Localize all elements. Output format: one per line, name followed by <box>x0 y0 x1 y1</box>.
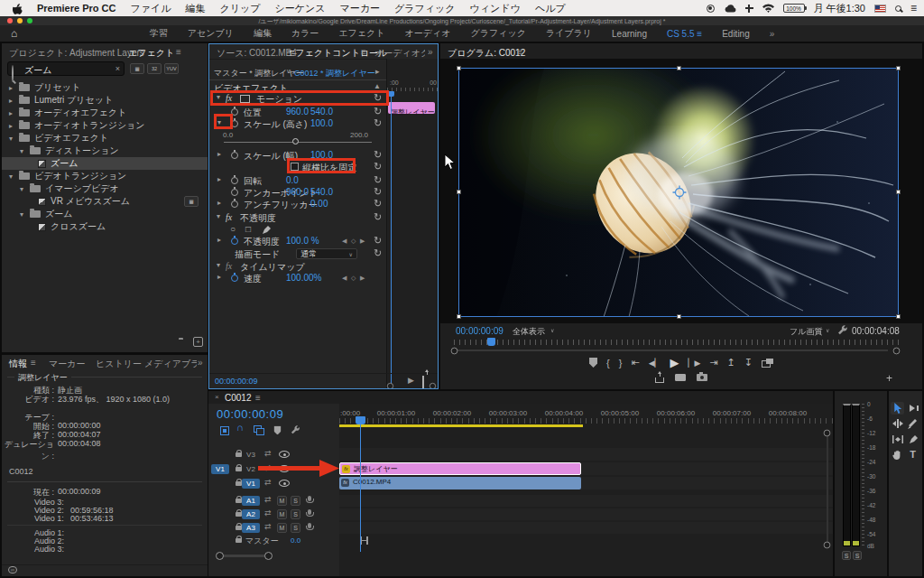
reset-icon[interactable]: ↺ <box>374 118 382 128</box>
tree-item-video-effects[interactable]: ▾ビデオエフェクト <box>2 132 208 144</box>
chevron-right-icon[interactable]: ▸ <box>216 273 223 281</box>
reset-icon[interactable]: ↺ <box>374 150 382 160</box>
next-keyframe-icon[interactable]: ▶ <box>360 275 365 282</box>
collapse-section-icon[interactable]: ▲ <box>374 82 381 90</box>
voiceover-mic-icon[interactable] <box>308 523 311 528</box>
clear-search-icon[interactable]: × <box>116 64 120 73</box>
export-icon[interactable] <box>655 378 664 383</box>
tree-item-cross-zoom[interactable]: クロスズーム <box>2 220 208 233</box>
mini-scrollbar-handle[interactable] <box>430 383 436 389</box>
reset-effect-icon[interactable]: ↺ <box>374 212 382 222</box>
panel-menu-icon[interactable]: ≡ <box>255 393 261 403</box>
play-button-icon[interactable]: ▶ <box>670 356 679 369</box>
menu-graphics[interactable]: グラフィック <box>394 2 456 15</box>
master-meter-icon[interactable] <box>360 536 368 545</box>
tree-item-presets[interactable]: ▸プリセット <box>2 81 208 94</box>
chevron-right-icon[interactable]: ▸ <box>216 236 223 244</box>
tree-item-immersive-video[interactable]: ▾イマーシブビデオ <box>2 182 208 195</box>
apple-icon[interactable] <box>13 3 23 14</box>
track-output-eye-icon[interactable] <box>279 480 290 487</box>
solo-left-button[interactable]: S <box>842 551 851 560</box>
transform-handle[interactable] <box>457 66 461 70</box>
chevron-right-icon[interactable]: ▸ <box>375 67 380 76</box>
pen-mask-icon[interactable] <box>262 226 271 235</box>
type-tool[interactable]: T <box>906 448 919 461</box>
previous-keyframe-icon[interactable]: ◀ <box>342 238 346 245</box>
workspace-tab-learn[interactable]: 学習 <box>150 27 168 40</box>
scrollbar-handle[interactable] <box>893 348 901 355</box>
mark-out-icon[interactable]: } <box>619 358 623 368</box>
transform-handle[interactable] <box>896 190 901 194</box>
opacity-row[interactable]: ▸ 不透明度 100.0 % ◀ ◇ ▶ ↺ <box>213 236 386 247</box>
transform-handle[interactable] <box>677 66 681 70</box>
tab-media-browser[interactable]: メディアブラウザ <box>144 358 197 370</box>
reset-icon[interactable]: ↺ <box>374 199 382 209</box>
tab-effects[interactable]: エフェクト <box>128 47 174 60</box>
chevron-down-icon[interactable]: ∨ <box>286 68 291 75</box>
timeline-playhead-grip[interactable] <box>356 416 365 424</box>
close-panel-icon[interactable]: × <box>215 393 219 401</box>
scrollbar-handle[interactable] <box>824 430 831 437</box>
stopwatch-icon[interactable] <box>231 177 238 184</box>
effects-search-input[interactable]: ズーム × <box>7 61 125 76</box>
track-select-forward-tool[interactable] <box>906 402 919 415</box>
timeline-playhead-line[interactable] <box>360 416 361 552</box>
track-lock-icon[interactable] <box>236 499 242 503</box>
tree-item-audio-effects[interactable]: ▸オーディオエフェクト <box>2 107 208 119</box>
track-v1-badge[interactable]: V1 <box>242 479 260 489</box>
mute-button[interactable]: M <box>277 496 287 506</box>
speed-value[interactable]: 100.00% <box>286 273 321 283</box>
tab-history[interactable]: ヒストリー <box>96 358 142 370</box>
track-lock-icon[interactable] <box>236 467 242 471</box>
voiceover-mic-icon[interactable] <box>308 509 311 515</box>
master-volume-value[interactable]: 0.0 <box>291 536 300 545</box>
previous-keyframe-icon[interactable]: ◀ <box>342 275 346 282</box>
scrollbar-handle[interactable] <box>824 542 831 549</box>
chevron-down-icon[interactable]: ∨ <box>826 327 829 333</box>
track-lock-icon[interactable] <box>236 481 242 486</box>
fx-icon[interactable]: fx <box>226 93 232 103</box>
tree-item-zoom-folder[interactable]: ▾ズーム <box>2 208 208 220</box>
rotation-row[interactable]: ▸ 回転 0.0 ↺ <box>213 175 386 187</box>
time-remap-group-row[interactable]: ▾ fx タイムリマップ <box>213 261 386 273</box>
32bit-badge-icon[interactable]: 32 <box>147 63 162 74</box>
reset-icon[interactable]: ↺ <box>374 236 382 246</box>
track-lock-icon[interactable] <box>236 526 242 530</box>
transform-handle[interactable] <box>677 314 681 319</box>
timeline-ruler-ticks[interactable] <box>339 418 833 424</box>
reset-icon[interactable]: ↺ <box>374 175 382 185</box>
spotlight-icon[interactable] <box>895 5 901 12</box>
tree-item-lumetri-presets[interactable]: ▸Lumetri プリセット <box>2 94 208 107</box>
transform-handle[interactable] <box>457 314 461 319</box>
antiflicker-value[interactable]: 0.00 <box>310 199 328 209</box>
anchor-point-row[interactable]: アンカーポイント 960.0 540.0 ↺ <box>213 187 386 199</box>
chevron-right-icon[interactable]: ▸ <box>216 175 223 183</box>
selection-tool[interactable] <box>891 402 904 415</box>
stopwatch-icon[interactable] <box>231 238 238 245</box>
menu-help[interactable]: ヘルプ <box>535 2 566 15</box>
screen-record-icon[interactable] <box>707 5 715 13</box>
notification-list-icon[interactable]: ≡ <box>910 2 917 14</box>
mute-button[interactable]: M <box>277 509 287 519</box>
go-to-out-icon[interactable]: ⇥ <box>709 357 717 368</box>
razor-tool[interactable] <box>906 417 919 430</box>
hand-tool[interactable] <box>891 448 904 461</box>
workspace-tab-graphics[interactable]: グラフィック <box>470 27 525 40</box>
timeline-timecode[interactable]: 00:00:00:09 <box>217 407 283 421</box>
step-back-icon[interactable]: ◀▏ <box>649 359 661 368</box>
menu-marker[interactable]: マーカー <box>340 2 381 15</box>
ripple-edit-tool[interactable] <box>891 417 904 430</box>
go-to-in-icon[interactable]: ⇤ <box>631 357 639 368</box>
workspace-tab-learning[interactable]: Learning <box>612 29 647 39</box>
timeline-settings-icon[interactable] <box>291 425 300 435</box>
sync-lock-icon[interactable]: ⇄ <box>264 508 272 517</box>
workspace-overflow-icon[interactable]: » <box>770 29 775 39</box>
reset-icon[interactable]: ↺ <box>374 187 382 197</box>
uniform-scale-checkbox[interactable] <box>291 163 299 171</box>
blend-mode-select[interactable]: 通常∨ <box>296 248 357 259</box>
motion-label[interactable]: モーション <box>256 93 302 106</box>
transform-handle[interactable] <box>896 66 901 70</box>
workspace-tab-cs55[interactable]: CS 5.5 ≡ <box>667 29 702 39</box>
link-icon[interactable]: ∞ <box>8 566 17 573</box>
export-icon[interactable] <box>422 376 424 389</box>
